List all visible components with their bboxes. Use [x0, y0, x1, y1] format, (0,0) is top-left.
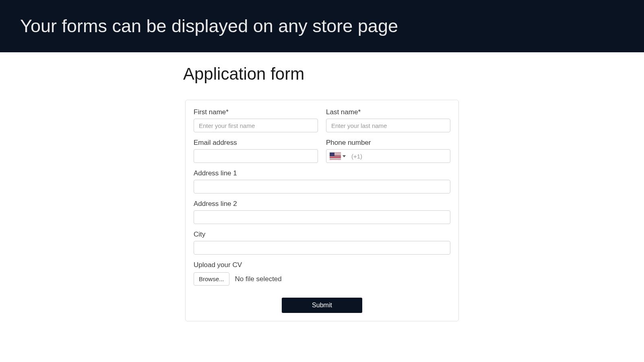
form-title: Application form [183, 64, 459, 84]
address1-label: Address line 1 [194, 169, 450, 177]
page-header: Your forms can be displayed on any store… [0, 0, 644, 52]
us-flag-icon [330, 152, 341, 160]
chevron-down-icon [343, 155, 346, 157]
address1-input[interactable] [194, 180, 450, 193]
first-name-label: First name* [194, 108, 318, 116]
phone-field-wrap [326, 149, 450, 163]
first-name-input[interactable] [194, 119, 318, 132]
browse-button[interactable]: Browse... [194, 272, 229, 286]
upload-label: Upload your CV [194, 261, 450, 269]
last-name-input[interactable] [326, 119, 450, 132]
phone-label: Phone number [326, 139, 450, 147]
last-name-label: Last name* [326, 108, 450, 116]
country-code-select[interactable] [326, 152, 349, 160]
application-form: First name* Last name* Email address Pho… [185, 100, 459, 321]
address2-input[interactable] [194, 210, 450, 224]
submit-button[interactable]: Submit [282, 298, 362, 313]
header-title: Your forms can be displayed on any store… [20, 16, 398, 37]
city-label: City [194, 230, 450, 239]
email-label: Email address [194, 139, 318, 147]
file-status-text: No file selected [235, 275, 282, 283]
city-input[interactable] [194, 241, 450, 255]
address2-label: Address line 2 [194, 200, 450, 208]
email-input[interactable] [194, 149, 318, 163]
phone-input[interactable] [349, 150, 450, 162]
main-container: Application form First name* Last name* … [181, 52, 463, 337]
